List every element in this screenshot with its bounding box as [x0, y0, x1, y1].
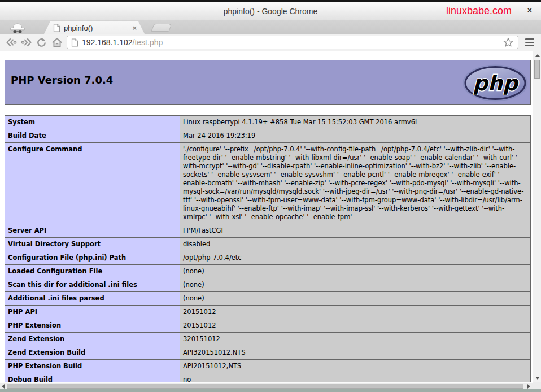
info-value: 320151012: [180, 333, 531, 346]
table-row: PHP Extension BuildAPI20151012,NTS: [5, 360, 531, 373]
scrollbar-corner: [533, 382, 541, 389]
info-value: './configure' '--prefix=/opt/php-7.0.4' …: [180, 143, 531, 224]
table-row: Server APIFPM/FastCGI: [5, 224, 531, 238]
php-info-table: SystemLinux raspberrypi 4.1.19+ #858 Tue…: [5, 115, 531, 382]
vertical-scrollbar[interactable]: [533, 51, 541, 382]
info-value: Linux raspberrypi 4.1.19+ #858 Tue Mar 1…: [180, 116, 531, 129]
tab-close-icon[interactable]: ×: [132, 24, 137, 32]
navigation-toolbar: 192.168.1.102/test.php: [0, 34, 541, 51]
info-label: Virtual Directory Support: [5, 238, 180, 251]
tab-title: phpinfo(): [64, 24, 129, 32]
bookmark-star-button[interactable]: [503, 37, 514, 48]
scroll-up-icon[interactable]: [535, 54, 540, 57]
info-label: Configure Command: [5, 143, 180, 224]
info-label: Additional .ini files parsed: [5, 292, 180, 306]
url-host: 192.168.1.102: [82, 38, 133, 47]
info-value: Mar 24 2016 19:23:19: [180, 129, 531, 143]
tab-favicon-page-icon: [53, 24, 60, 32]
info-label: PHP Extension: [5, 319, 180, 333]
info-value: disabled: [180, 238, 531, 251]
info-label: Debug Build: [5, 373, 180, 383]
table-row: Scan this dir for additional .ini files(…: [5, 278, 531, 292]
info-label: Zend Extension Build: [5, 346, 180, 360]
horizontal-scrollbar[interactable]: [0, 382, 533, 389]
table-row: SystemLinux raspberrypi 4.1.19+ #858 Tue…: [5, 116, 531, 129]
horizontal-scroll-thumb[interactable]: [7, 384, 523, 389]
svg-text:php: php: [473, 71, 519, 95]
info-label: Build Date: [5, 129, 180, 143]
menu-icon: [525, 38, 534, 40]
scroll-down-icon[interactable]: [535, 377, 540, 380]
php-version-title: PHP Version 7.0.4: [5, 60, 530, 86]
reload-button[interactable]: [34, 35, 49, 50]
info-label: System: [5, 116, 180, 129]
forward-icon: [20, 37, 33, 48]
info-value: no: [180, 373, 531, 383]
info-value: 20151012: [180, 319, 531, 333]
tab-phpinfo[interactable]: phpinfo() ×: [44, 21, 145, 34]
info-label: PHP Extension Build: [5, 360, 180, 373]
info-value: (none): [180, 278, 531, 292]
scroll-left-icon[interactable]: [2, 384, 5, 389]
forward-button[interactable]: [19, 35, 34, 50]
info-label: Loaded Configuration File: [5, 265, 180, 278]
browser-window: phpinfo() - Google Chrome linuxbabe.com …: [0, 0, 541, 392]
url-path: /test.php: [133, 38, 163, 47]
tab-strip: phpinfo() ×: [0, 20, 541, 34]
info-label: Zend Extension: [5, 333, 180, 346]
php-version-header: PHP Version 7.0.4 php: [5, 60, 531, 105]
table-row: PHP API20151012: [5, 306, 531, 319]
incognito-icon: [0, 20, 35, 34]
info-value: API20151012,NTS: [180, 360, 531, 373]
desktop-bottom-edge: [0, 389, 541, 392]
info-value: (none): [180, 265, 531, 278]
url-text[interactable]: 192.168.1.102/test.php: [82, 38, 163, 47]
phpinfo-page: PHP Version 7.0.4 php: [0, 51, 533, 382]
scroll-right-icon[interactable]: [527, 384, 530, 389]
info-value: /opt/php-7.0.4/etc: [180, 251, 531, 265]
table-row: Additional .ini files parsed(none): [5, 292, 531, 306]
home-icon: [51, 37, 63, 48]
table-row: Configure Command'./configure' '--prefix…: [5, 143, 531, 224]
info-label: Server API: [5, 224, 180, 238]
table-row: Build DateMar 24 2016 19:23:19: [5, 129, 531, 143]
table-row: Virtual Directory Supportdisabled: [5, 238, 531, 251]
info-label: Scan this dir for additional .ini files: [5, 278, 180, 292]
info-label: PHP API: [5, 306, 180, 319]
vertical-scroll-thumb[interactable]: [534, 60, 540, 79]
info-value: (none): [180, 292, 531, 306]
page-icon: [71, 38, 78, 47]
table-row: Debug Buildno: [5, 373, 531, 383]
chrome-menu-button[interactable]: [522, 35, 538, 50]
info-value: API320151012,NTS: [180, 346, 531, 360]
address-bar[interactable]: 192.168.1.102/test.php: [67, 36, 518, 49]
titlebar[interactable]: phpinfo() - Google Chrome linuxbabe.com …: [0, 2, 541, 20]
back-icon: [5, 37, 18, 48]
watermark-text: linuxbabe.com: [446, 5, 512, 17]
reload-icon: [36, 37, 47, 48]
window-title: phpinfo() - Google Chrome: [224, 7, 318, 16]
table-row: PHP Extension20151012: [5, 319, 531, 333]
star-icon: [503, 37, 514, 48]
table-row: Zend Extension BuildAPI320151012,NTS: [5, 346, 531, 360]
table-row: Loaded Configuration File(none): [5, 265, 531, 278]
table-row: Zend Extension320151012: [5, 333, 531, 346]
new-tab-button[interactable]: [151, 24, 172, 32]
info-value: FPM/FastCGI: [180, 224, 531, 238]
info-label: Configuration File (php.ini) Path: [5, 251, 180, 265]
table-row: Configuration File (php.ini) Path/opt/ph…: [5, 251, 531, 265]
info-value: 20151012: [180, 306, 531, 319]
home-button[interactable]: [49, 35, 64, 50]
php-logo: php: [462, 64, 529, 104]
back-button[interactable]: [3, 35, 19, 50]
browser-viewport: PHP Version 7.0.4 php: [0, 51, 541, 389]
window-close-button[interactable]: ×: [527, 6, 532, 14]
